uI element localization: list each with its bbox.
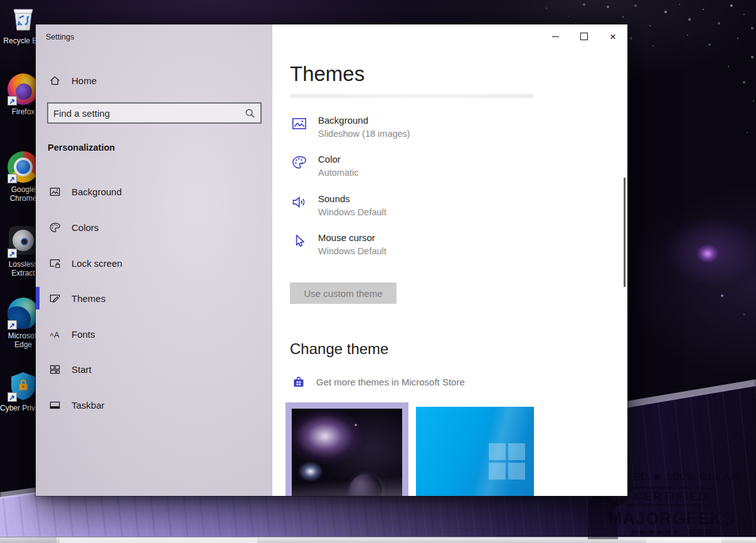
maximize-button[interactable] [570, 24, 599, 48]
start-tiles-icon [49, 363, 61, 375]
home-icon [49, 75, 61, 87]
taskbar-icon [49, 399, 61, 411]
setting-label: Sounds [318, 193, 386, 204]
title-divider [290, 94, 533, 98]
taskbar[interactable] [0, 537, 756, 543]
sidebar-item-taskbar[interactable]: Taskbar [36, 392, 272, 417]
theme-thumbnail-windows-default[interactable] [416, 407, 534, 496]
theme-thumbnail-space-selected[interactable] [285, 402, 408, 496]
sidebar-item-colors[interactable]: Colors [36, 215, 272, 240]
window-title: Settings [46, 33, 74, 41]
settings-window: Settings Home Personalization [36, 24, 627, 496]
setting-value: Automatic [318, 168, 358, 178]
minimize-button[interactable] [541, 24, 570, 48]
shortcut-arrow-icon [8, 392, 17, 402]
theme-setting-mouse-cursor[interactable]: Mouse cursor Windows Default [291, 232, 590, 269]
setting-value: Windows Default [318, 246, 386, 256]
sidebar-item-label: Start [72, 364, 92, 375]
setting-value: Windows Default [318, 207, 386, 217]
mouse-cursor-icon [291, 232, 307, 269]
use-custom-theme-button[interactable]: Use custom theme [290, 282, 397, 304]
setting-label: Background [318, 115, 410, 126]
space-theme-preview [292, 409, 402, 496]
lock-screen-icon [49, 257, 61, 269]
background-image-icon [291, 115, 307, 151]
sidebar-item-label: Taskbar [72, 400, 105, 411]
asteroid-field [0, 0, 1, 1]
recycle-bin-icon [7, 3, 40, 35]
sidebar-item-label: Fonts [72, 329, 95, 340]
sidebar-item-lock-screen[interactable]: Lock screen [36, 250, 272, 276]
theme-setting-sounds[interactable]: Sounds Windows Default [291, 193, 590, 230]
svg-text:A: A [54, 330, 60, 340]
palette-icon [49, 222, 61, 234]
selection-pill [36, 287, 40, 309]
sidebar-item-label: Home [72, 75, 97, 86]
setting-label: Color [318, 154, 358, 164]
search-box [47, 102, 262, 124]
shortcut-arrow-icon [8, 320, 17, 330]
search-input[interactable] [48, 108, 245, 119]
fonts-icon: A A [49, 328, 61, 340]
shortcut-arrow-icon [8, 96, 17, 105]
surface-band-graphic [292, 476, 402, 496]
sidebar-item-fonts[interactable]: A A Fonts [36, 321, 272, 347]
settings-main-pane: × Themes Background Slideshow (18 images… [272, 24, 627, 496]
color-palette-icon [291, 154, 307, 190]
theme-setting-background[interactable]: Background Slideshow (18 images) [291, 115, 590, 151]
minimize-icon [552, 36, 559, 37]
screen: TESTED ★ 100% CLEAN CERTIFIED MAJORGEEKS… [0, 0, 756, 543]
setting-label: Mouse cursor [318, 232, 386, 243]
sidebar-item-home[interactable]: Home [36, 68, 262, 92]
svg-text:A: A [50, 331, 53, 337]
sidebar-item-label: Lock screen [72, 258, 122, 269]
background-image-icon [49, 186, 61, 198]
theme-setting-color[interactable]: Color Automatic [291, 154, 590, 190]
window-controls: × [541, 24, 627, 48]
sidebar-item-label: Colors [72, 222, 98, 233]
microsoft-store-icon [291, 374, 306, 389]
shortcut-arrow-icon [8, 174, 17, 183]
scrollbar-thumb[interactable] [624, 178, 626, 287]
sounds-speaker-icon [291, 193, 307, 230]
sidebar-item-label: Themes [72, 293, 105, 304]
close-button[interactable]: × [599, 24, 627, 48]
store-link-label: Get more themes in Microsoft Store [316, 377, 465, 387]
settings-sidebar: Settings Home Personalization [36, 24, 272, 496]
page-title: Themes [290, 62, 365, 86]
get-more-themes-link[interactable]: Get more themes in Microsoft Store [291, 374, 465, 389]
sidebar-item-start[interactable]: Start [36, 357, 272, 382]
windows-logo-glyph [489, 443, 525, 480]
sidebar-item-label: Background [72, 186, 122, 197]
setting-value: Slideshow (18 images) [318, 129, 410, 139]
close-icon: × [610, 31, 616, 42]
change-theme-heading: Change theme [290, 340, 388, 358]
sidebar-item-themes[interactable]: Themes [36, 286, 272, 311]
watermark-line2: CERTIFIED [627, 487, 716, 506]
shortcut-arrow-icon [8, 249, 17, 258]
sidebar-item-background[interactable]: Background [36, 179, 272, 204]
maximize-icon [580, 33, 588, 40]
section-header: Personalization [48, 142, 115, 153]
search-icon[interactable] [245, 108, 255, 119]
themes-icon [49, 293, 61, 304]
